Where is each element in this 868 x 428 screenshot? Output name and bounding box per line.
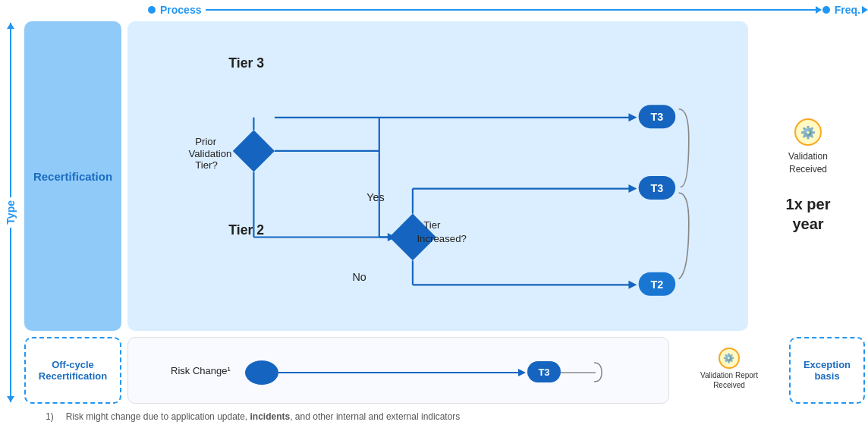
footnote: 1) Risk might change due to application … (0, 405, 868, 428)
svg-text:Yes: Yes (366, 191, 384, 203)
per-year-text: 1x peryear (786, 194, 831, 234)
svg-text:Risk Change¹: Risk Change¹ (171, 365, 231, 376)
svg-text:Tier?: Tier? (195, 159, 218, 171)
svg-text:No: No (353, 271, 366, 283)
svg-marker-30 (628, 281, 637, 289)
svg-marker-9 (628, 113, 637, 121)
svg-marker-18 (628, 184, 637, 193)
svg-text:T3: T3 (538, 367, 549, 378)
svg-text:Prior: Prior (195, 136, 217, 147)
svg-text:T3: T3 (651, 111, 664, 123)
recertification-box: Recertification (24, 21, 121, 331)
validation-report-icon: ⚙️ (719, 348, 740, 369)
footnote-text: Risk might change due to application upd… (66, 411, 461, 422)
svg-text:Tier: Tier (423, 219, 441, 231)
svg-text:Tier 3: Tier 3 (228, 55, 264, 71)
process-axis: Process Freq. (148, 4, 868, 16)
validation-report-label: Validation ReportReceived (700, 370, 758, 390)
svg-marker-36 (518, 369, 526, 376)
validation-received-label: ValidationReceived (788, 150, 828, 176)
off-cycle-box: Off-cycle Recertification (24, 337, 121, 404)
type-axis: Type (0, 20, 21, 405)
svg-point-34 (245, 360, 278, 385)
risk-change-flow: Risk Change¹ T3 (127, 337, 669, 404)
footnote-number: 1) (46, 411, 54, 422)
svg-text:T2: T2 (651, 279, 664, 291)
right-panel-bottom: ⚙️ Validation ReportReceived (672, 337, 786, 404)
validation-icon: ⚙️ (794, 118, 822, 146)
right-panel-top: ⚙️ ValidationReceived 1x peryear (751, 21, 865, 331)
process-label: Process (160, 4, 201, 16)
svg-text:T3: T3 (651, 182, 664, 194)
freq-label: Freq. (835, 4, 860, 16)
type-label: Type (5, 200, 17, 225)
svg-text:Validation: Validation (188, 148, 231, 159)
flow-area: Tier 3 Prior Validation Tier? Tier 2 (127, 21, 748, 331)
svg-text:Increased?: Increased? (417, 233, 466, 244)
svg-text:Tier 2: Tier 2 (228, 222, 264, 238)
svg-marker-1 (233, 130, 275, 172)
exception-basis-box: Exception basis (789, 337, 865, 404)
main-container: Process Freq. Type (0, 0, 868, 428)
